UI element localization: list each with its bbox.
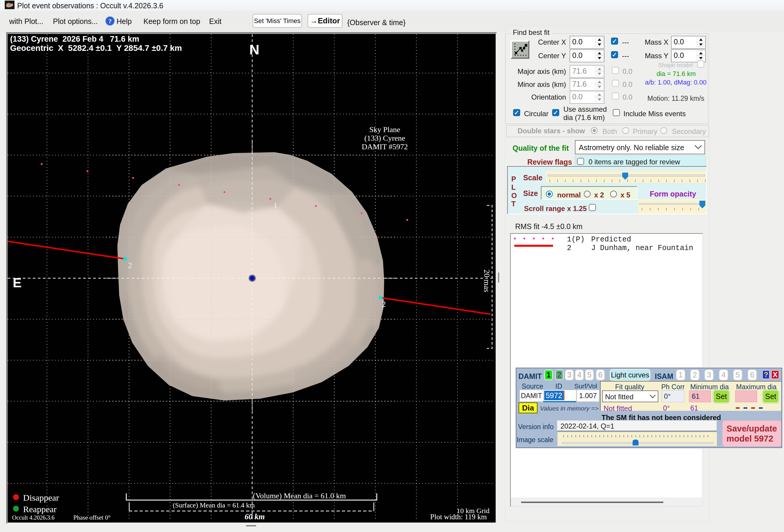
svg-text:2: 2 — [128, 261, 132, 270]
svg-text:2: 2 — [382, 300, 386, 308]
svg-text:?: ? — [109, 18, 112, 25]
svg-text:1(P): 1(P) — [567, 235, 585, 244]
svg-text:60 km: 60 km — [245, 512, 265, 521]
svg-text:20 mas: 20 mas — [482, 269, 491, 292]
svg-text:(Surface) Mean dia = 61.4 km: (Surface) Mean dia = 61.4 km — [173, 502, 255, 509]
svg-text:2: 2 — [567, 244, 571, 253]
svg-text:1: 1 — [274, 201, 277, 210]
svg-text:(133) Cyrene: (133) Cyrene — [364, 134, 405, 143]
svg-text:E: E — [13, 275, 22, 290]
svg-text:Predicted: Predicted — [591, 235, 631, 244]
svg-text:Occult 4.2026.3.6: Occult 4.2026.3.6 — [12, 514, 54, 521]
svg-text:Sky Plane: Sky Plane — [369, 125, 400, 134]
svg-text:Reappear: Reappear — [23, 504, 56, 514]
svg-text:Geocentric X 5282.4 ±0.1 Y: Geocentric X 5282.4 ±0.1 Y 2854.7 ±0.7 k… — [10, 43, 182, 53]
svg-text:Disappear: Disappear — [23, 493, 59, 502]
svg-text:(Volume) Mean dia = 61.0 km: (Volume) Mean dia = 61.0 km — [253, 492, 346, 500]
svg-text:N: N — [249, 42, 259, 57]
svg-text:DAMIT #5972: DAMIT #5972 — [362, 143, 408, 151]
svg-text:(133) Cyrene 2026 Feb 4 71.: (133) Cyrene 2026 Feb 4 71.6 km — [10, 35, 139, 43]
svg-text:Phase offset 0°: Phase offset 0° — [73, 514, 111, 521]
svg-text:J Dunham, near Fountain: J Dunham, near Fountain — [591, 244, 693, 253]
svg-text:Plot width: 119 km: Plot width: 119 km — [430, 513, 487, 521]
